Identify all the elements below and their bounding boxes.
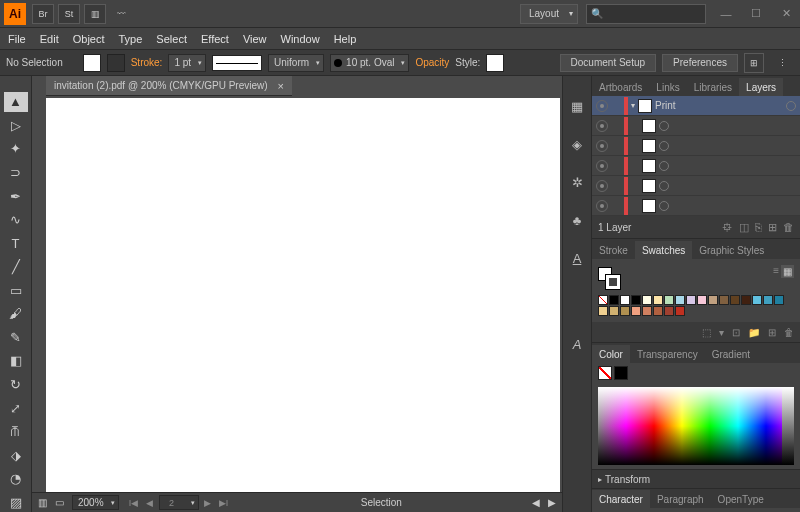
type-tool[interactable]: T (4, 233, 28, 253)
menu-edit[interactable]: Edit (40, 33, 59, 45)
menu-object[interactable]: Object (73, 33, 105, 45)
maximize-button[interactable]: ☐ (746, 7, 766, 21)
scroll-left-icon[interactable]: ◀ (532, 497, 540, 508)
tab-stroke[interactable]: Stroke (592, 241, 635, 259)
target-icon[interactable] (786, 101, 796, 111)
layer-row[interactable] (592, 176, 800, 196)
locate-layer-icon[interactable]: ⯐ (722, 221, 733, 233)
tab-links[interactable]: Links (649, 78, 686, 96)
menu-help[interactable]: Help (334, 33, 357, 45)
tab-swatches[interactable]: Swatches (635, 241, 692, 259)
pen-tool[interactable]: ✒ (4, 186, 28, 206)
target-icon[interactable] (659, 121, 669, 131)
stroke-weight-dropdown[interactable]: 1 pt (168, 54, 206, 72)
document-setup-button[interactable]: Document Setup (560, 54, 657, 72)
more-button[interactable]: ⋮ (774, 53, 790, 73)
new-sublayer-icon[interactable]: ⎘ (755, 221, 762, 233)
new-swatch-icon[interactable]: ⊞ (768, 327, 776, 338)
pencil-tool[interactable]: ✎ (4, 328, 28, 348)
swatch[interactable] (697, 295, 707, 305)
swatch[interactable] (664, 306, 674, 316)
layer-row[interactable] (592, 156, 800, 176)
workspace-dropdown[interactable]: Layout (520, 4, 578, 24)
document-tab[interactable]: invitation (2).pdf @ 200% (CMYK/GPU Prev… (46, 76, 292, 96)
close-button[interactable]: ✕ (776, 7, 796, 21)
selection-tool[interactable]: ▲ (4, 92, 28, 112)
swatch[interactable] (675, 295, 685, 305)
color-black[interactable] (614, 366, 628, 380)
artboard-dropdown[interactable]: 2 (159, 495, 199, 510)
target-icon[interactable] (659, 201, 669, 211)
swatch[interactable] (653, 295, 663, 305)
swatch[interactable] (620, 295, 630, 305)
tab-graphic-styles[interactable]: Graphic Styles (692, 241, 771, 259)
eraser-tool[interactable]: ◧ (4, 351, 28, 371)
fill-stroke-indicator[interactable] (598, 267, 620, 289)
swatch[interactable] (653, 306, 663, 316)
swatch[interactable] (730, 295, 740, 305)
swatch[interactable] (741, 295, 751, 305)
swatch[interactable] (752, 295, 762, 305)
visibility-icon[interactable] (596, 100, 608, 112)
tab-color[interactable]: Color (592, 345, 630, 363)
artboard-nav[interactable]: I◀◀ 2 ▶▶I (127, 495, 231, 510)
line-tool[interactable]: ╱ (4, 257, 28, 277)
menu-view[interactable]: View (243, 33, 267, 45)
layer-row[interactable] (592, 136, 800, 156)
libraries-icon[interactable]: ◈ (567, 134, 587, 154)
screen-mode-icon[interactable]: ▭ (55, 497, 64, 508)
swatch-none[interactable] (598, 295, 608, 305)
arrange-button[interactable]: ▥ (84, 4, 106, 24)
swatch[interactable] (664, 295, 674, 305)
tab-layers[interactable]: Layers (739, 78, 783, 96)
width-tool[interactable]: ⫚ (4, 422, 28, 442)
menu-file[interactable]: File (8, 33, 26, 45)
swatch[interactable] (598, 306, 608, 316)
menu-type[interactable]: Type (119, 33, 143, 45)
close-tab-icon[interactable]: × (278, 80, 284, 92)
swatch[interactable] (609, 306, 619, 316)
rotate-tool[interactable]: ↻ (4, 375, 28, 395)
tab-transparency[interactable]: Transparency (630, 345, 705, 363)
brush-dropdown[interactable]: 10 pt. Oval (330, 54, 409, 72)
visibility-icon[interactable] (596, 140, 608, 152)
swatch-library-icon[interactable]: ⬚ (702, 327, 711, 338)
menu-select[interactable]: Select (156, 33, 187, 45)
make-clipping-icon[interactable]: ◫ (739, 221, 749, 234)
properties-icon[interactable]: ▦ (567, 96, 587, 116)
swatch-kind-icon[interactable]: ▾ (719, 327, 724, 338)
color-none[interactable] (598, 366, 612, 380)
swatch[interactable] (631, 306, 641, 316)
target-icon[interactable] (659, 161, 669, 171)
new-layer-icon[interactable]: ⊞ (768, 221, 777, 234)
curvature-tool[interactable]: ∿ (4, 210, 28, 230)
delete-swatch-icon[interactable]: 🗑 (784, 327, 794, 338)
character-icon[interactable]: A (567, 248, 587, 268)
profile-dropdown[interactable]: Uniform (268, 54, 324, 72)
target-icon[interactable] (659, 141, 669, 151)
swatch[interactable] (642, 306, 652, 316)
magic-wand-tool[interactable]: ✦ (4, 139, 28, 159)
symbols-icon[interactable]: ♣ (567, 210, 587, 230)
swatch[interactable] (719, 295, 729, 305)
layer-row[interactable] (592, 116, 800, 136)
canvas[interactable] (46, 98, 560, 492)
scroll-right-icon[interactable]: ▶ (548, 497, 556, 508)
swatch[interactable] (763, 295, 773, 305)
swatch[interactable] (686, 295, 696, 305)
menu-effect[interactable]: Effect (201, 33, 229, 45)
bridge-button[interactable]: Br (32, 4, 54, 24)
swatch[interactable] (774, 295, 784, 305)
menu-window[interactable]: Window (281, 33, 320, 45)
shape-builder-tool[interactable]: ◔ (4, 469, 28, 489)
swatch[interactable] (708, 295, 718, 305)
swatch-registration[interactable] (609, 295, 619, 305)
preferences-button[interactable]: Preferences (662, 54, 738, 72)
tab-opentype[interactable]: OpenType (711, 490, 771, 508)
swatch-options-icon[interactable]: ⊡ (732, 327, 740, 338)
color-spectrum[interactable] (598, 387, 794, 465)
paintbrush-tool[interactable]: 🖌 (4, 304, 28, 324)
new-group-icon[interactable]: 📁 (748, 327, 760, 338)
stroke-swatch[interactable] (107, 54, 125, 72)
opacity-link[interactable]: Opacity (415, 57, 449, 68)
